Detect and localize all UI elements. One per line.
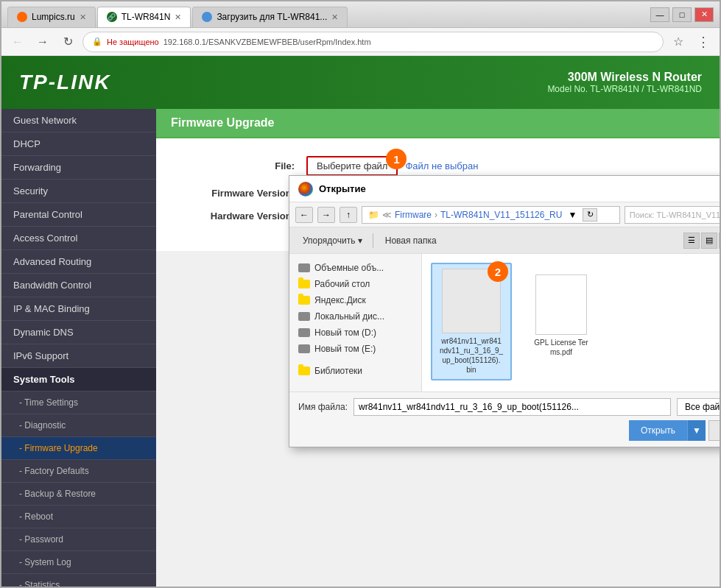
folder-icon-libraries: [298, 366, 310, 375]
dialog-title-bar: Открытие ✕: [289, 176, 720, 202]
filetype-wrapper: Все файлы 3: [677, 398, 720, 416]
open-dropdown-button[interactable]: ▼: [687, 420, 706, 441]
content-wrapper: Firmware Upgrade File: Выберите файл 1: [156, 109, 720, 587]
sidebar-item-syslog[interactable]: - System Log: [1, 551, 156, 574]
new-folder-button[interactable]: Новая папка: [379, 234, 443, 247]
address-text: 192.168.0.1/ESANKVZBEMEWFBEB/userRpm/Ind…: [163, 38, 371, 46]
tab-download[interactable]: Загрузить для TL-WR841... ✕: [192, 7, 348, 27]
sidebar-item-statistics[interactable]: - Statistics: [1, 574, 156, 587]
menu-button[interactable]: ⋮: [693, 32, 714, 52]
dialog-sidebar-yandex[interactable]: Яндекс.Диск: [289, 292, 421, 308]
cancel-button[interactable]: Отмена: [708, 420, 720, 441]
dialog-up-button[interactable]: ↑: [340, 207, 357, 223]
router-model: 300M Wireless N Router Model No. TL-WR84…: [547, 71, 702, 94]
file-value: Выберите файл 1 Файл не выбран: [306, 156, 478, 176]
view-buttons: ☰ ▤ ▼: [683, 233, 720, 249]
tab-tplink[interactable]: 🔗 TL-WR841N ✕: [97, 7, 191, 27]
title-bar: Lumpics.ru ✕ 🔗 TL-WR841N ✕ Загрузить для…: [1, 1, 720, 28]
maximize-button[interactable]: □: [672, 7, 692, 22]
view-dropdown-button[interactable]: ▼: [719, 233, 720, 249]
model-title: 300M Wireless N Router: [547, 71, 702, 84]
file-item-pdf[interactable]: GPL License Terms.pdf: [521, 269, 602, 380]
sidebar-item-security[interactable]: Security: [1, 180, 156, 203]
dialog-sidebar-libraries[interactable]: Библиотеки: [289, 363, 421, 379]
breadcrumb-firmware[interactable]: Firmware: [395, 210, 432, 220]
router-header: TP-LINK 300M Wireless N Router Model No.…: [1, 56, 720, 109]
sidebar-desktop-label: Рабочий стол: [314, 279, 370, 289]
lock-icon: 🔒: [92, 37, 102, 46]
dialog-sidebar-volumes[interactable]: Объемные объ...: [289, 260, 421, 276]
minimize-button[interactable]: —: [650, 7, 669, 22]
filetype-select[interactable]: Все файлы: [677, 398, 720, 416]
choose-file-button[interactable]: Выберите файл: [306, 156, 398, 176]
badge-2: 2: [488, 261, 508, 282]
refresh-button[interactable]: ↻: [57, 32, 78, 52]
sidebar-item-backup[interactable]: - Backup & Restore: [1, 483, 156, 506]
dialog-sidebar-local[interactable]: Локальный дис...: [289, 308, 421, 325]
address-bar[interactable]: 🔒 Не защищено 192.168.0.1/ESANKVZBEMEWFB…: [82, 32, 664, 52]
sidebar-item-ipv6[interactable]: IPv6 Support: [1, 344, 156, 368]
search-box[interactable]: Поиск: TL-WR841N_V11_1511... 🔍: [625, 206, 720, 224]
back-button[interactable]: ←: [7, 32, 28, 52]
dialog-sidebar-d-drive[interactable]: Новый том (D:): [289, 325, 421, 341]
sidebar-item-ipmac[interactable]: IP & MAC Binding: [1, 297, 156, 321]
tab-lumpics[interactable]: Lumpics.ru ✕: [7, 7, 96, 27]
sidebar-item-ddns[interactable]: Dynamic DNS: [1, 321, 156, 344]
bookmark-button[interactable]: ☆: [668, 32, 689, 52]
file-row: File: Выберите файл 1 Файл не выбран: [174, 156, 702, 176]
browser-window: Lumpics.ru ✕ 🔗 TL-WR841N ✕ Загрузить для…: [0, 0, 721, 588]
model-sub: Model No. TL-WR841N / TL-WR841ND: [547, 84, 702, 94]
insecure-label: Не защищено: [107, 38, 159, 46]
sidebar-item-forwarding[interactable]: Forwarding: [1, 156, 156, 180]
view-list-button[interactable]: ☰: [683, 233, 700, 249]
sidebar-item-time[interactable]: - Time Settings: [1, 392, 156, 414]
hdd-icon-d: [298, 328, 310, 337]
sidebar-item-parental[interactable]: Parental Control: [1, 203, 156, 227]
filename-input[interactable]: [354, 398, 671, 416]
folder-icon-yandex: [298, 296, 310, 305]
dialog-forward-button[interactable]: →: [317, 207, 335, 223]
pdf-file-icon: [535, 274, 587, 335]
tab-close-download[interactable]: ✕: [331, 13, 338, 22]
sidebar-item-reboot[interactable]: - Reboot: [1, 506, 156, 528]
sidebar-item-diagnostic[interactable]: - Diagnostic: [1, 414, 156, 437]
dialog-sidebar-e-drive[interactable]: Новый том (E:): [289, 341, 421, 357]
tab-close-lumpics[interactable]: ✕: [80, 13, 86, 22]
sidebar-item-password[interactable]: - Password: [1, 528, 156, 551]
forward-button[interactable]: →: [32, 32, 53, 52]
close-button[interactable]: ✕: [694, 7, 714, 22]
badge-1: 1: [386, 149, 407, 169]
main-area: TP-LINK 300M Wireless N Router Model No.…: [1, 56, 720, 587]
sidebar: Guest Network DHCP Forwarding Security P…: [1, 109, 156, 587]
sidebar-item-dhcp[interactable]: DHCP: [1, 132, 156, 156]
breadcrumb-dropdown-icon[interactable]: ▼: [568, 210, 577, 220]
dialog-sidebar-desktop[interactable]: Рабочий стол: [289, 276, 421, 292]
organize-button[interactable]: Упорядочить ▾: [298, 234, 367, 247]
sidebar-item-system-tools[interactable]: System Tools: [1, 368, 156, 392]
sidebar-item-access[interactable]: Access Control: [1, 227, 156, 250]
sidebar-item-bandwidth[interactable]: Bandwidth Control: [1, 274, 156, 297]
dialog-files-area: 2 wr841nv11_wr841ndv11_ru_3_16_9_up_boot…: [422, 254, 720, 392]
sidebar-item-guest-network[interactable]: Guest Network: [1, 109, 156, 132]
hardware-version-label: Hardware Version:: [174, 210, 306, 222]
dialog-back-button[interactable]: ←: [295, 207, 313, 223]
sidebar-item-routing[interactable]: Advanced Routing: [1, 250, 156, 274]
breadcrumb-refresh-button[interactable]: ↻: [583, 208, 597, 222]
sidebar-yandex-label: Яндекс.Диск: [314, 295, 366, 305]
tab-close-tplink[interactable]: ✕: [175, 13, 181, 22]
dialog-nav-bar: ← → ↑ 📁 ≪ Firmware › TL-WR841N_V11_15112…: [289, 202, 720, 227]
sidebar-item-factory[interactable]: - Factory Defaults: [1, 460, 156, 483]
open-button[interactable]: Открыть: [629, 420, 687, 441]
tab-favicon-tplink: 🔗: [107, 12, 117, 22]
sidebar-item-firmware[interactable]: - Firmware Upgrade: [1, 437, 156, 460]
breadcrumb-folder[interactable]: TL-WR841N_V11_151126_RU: [440, 210, 562, 220]
file-label: File:: [174, 160, 306, 171]
dialog-toolbar: Упорядочить ▾ Новая папка ☰ ▤ ▼ ?: [289, 227, 720, 254]
view-details-button[interactable]: ▤: [701, 233, 717, 249]
dialog-title-text: Открытие: [319, 183, 720, 194]
sidebar-local-label: Локальный дис...: [314, 311, 384, 322]
firmware-version-label: Firmware Version:: [174, 188, 306, 199]
no-file-text: Файл не выбран: [405, 160, 478, 171]
file-dialog: Открытие ✕ ← → ↑ 📁 ≪: [289, 175, 720, 447]
file-item-bin[interactable]: 2 wr841nv11_wr841ndv11_ru_3_16_9_up_boot…: [431, 263, 512, 380]
